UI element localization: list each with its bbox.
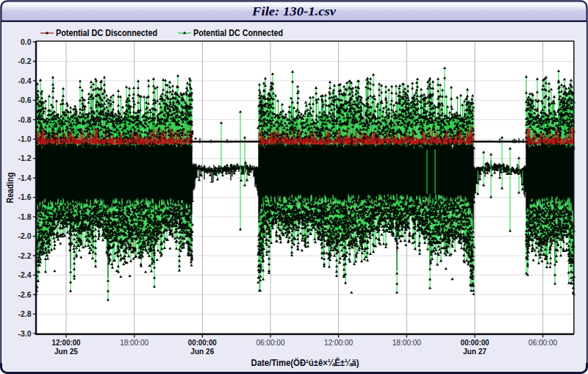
svg-text:06:00:00: 06:00:00	[257, 338, 285, 347]
svg-text:-2.4: -2.4	[18, 270, 31, 279]
svg-text:-0.6: -0.6	[18, 96, 31, 104]
svg-text:Reading: Reading	[4, 172, 15, 203]
svg-text:-1.4: -1.4	[18, 173, 31, 182]
svg-text:-0.8: -0.8	[18, 115, 31, 124]
svg-text:Date/Time(ÖÐ¹ú±ê×¼Ê±¼ä): Date/Time(ÖÐ¹ú±ê×¼Ê±¼ä)	[251, 357, 359, 368]
svg-text:00:00:00: 00:00:00	[461, 338, 490, 347]
svg-text:-0.2: -0.2	[18, 57, 31, 65]
svg-text:18:00:00: 18:00:00	[120, 338, 148, 347]
svg-text:-1.0: -1.0	[18, 134, 31, 143]
svg-text:-2.0: -2.0	[18, 231, 31, 240]
svg-text:12:00:00: 12:00:00	[324, 338, 353, 347]
svg-text:00:00:00: 00:00:00	[188, 338, 217, 347]
svg-text:-1.2: -1.2	[18, 154, 31, 162]
svg-text:-2.6: -2.6	[18, 290, 31, 299]
svg-text:Potential DC Connected: Potential DC Connected	[193, 28, 283, 38]
svg-text:-2.2: -2.2	[18, 251, 31, 260]
svg-text:-3.0: -3.0	[18, 329, 31, 338]
svg-text:18:00:00: 18:00:00	[392, 338, 421, 347]
svg-text:-2.8: -2.8	[18, 309, 31, 318]
svg-text:0.0: 0.0	[21, 37, 32, 46]
svg-text:-1.8: -1.8	[18, 212, 31, 221]
svg-text:12:00:00: 12:00:00	[52, 338, 81, 347]
svg-text:-1.6: -1.6	[18, 193, 31, 201]
svg-text:Jun 26: Jun 26	[190, 347, 214, 356]
svg-text:-0.4: -0.4	[18, 76, 31, 85]
svg-text:Jun 27: Jun 27	[463, 347, 487, 356]
svg-text:Jun 25: Jun 25	[54, 347, 78, 356]
svg-text:File: 130-1.csv: File: 130-1.csv	[251, 4, 336, 18]
svg-text:06:00:00: 06:00:00	[528, 338, 557, 347]
svg-text:Potential DC Disconnected: Potential DC Disconnected	[56, 28, 157, 38]
